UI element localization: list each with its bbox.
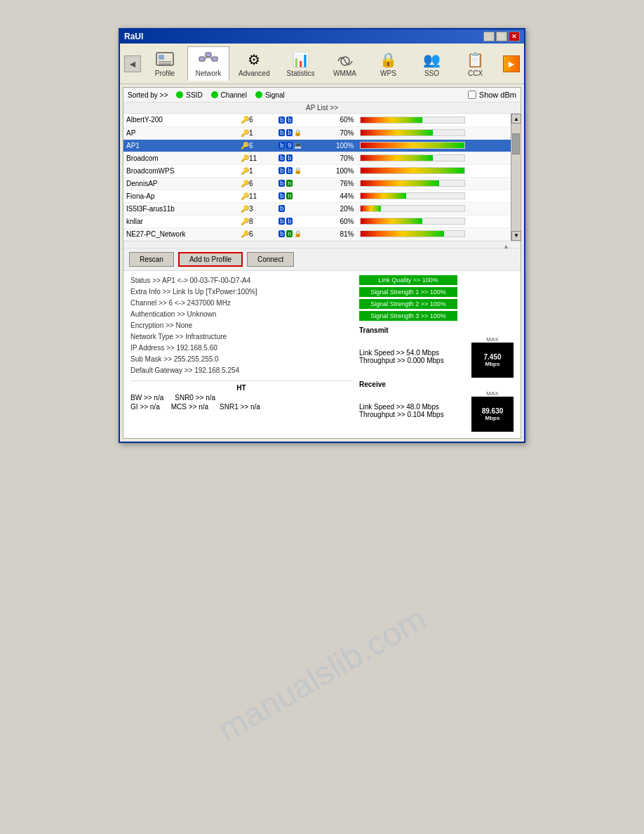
main-window: RaUI _ □ ✕ ◄ Profile Network ⚙ [119,28,525,443]
detail-columns: Status >> AP1 <-> 00-03-7F-00-D7-A4 Extr… [130,275,514,434]
maximize-button[interactable]: □ [496,32,507,41]
extra-info-row: Extra Info >> Link Is Up [TxPower:100%] [130,286,352,298]
transmit-row: Link Speed >> 54.0 Mbps Throughput >> 0.… [359,336,514,378]
table-row[interactable]: DennisAP🔑6bn76% [123,177,521,190]
signal-dot [255,91,262,98]
transmit-gauge: 7.450 Mbps [471,343,514,378]
quality-bar-row: Link Quality >> 100% [359,275,514,285]
ssid-dot [176,91,183,98]
detail-area: Status >> AP1 <-> 00-03-7F-00-D7-A4 Extr… [123,271,521,438]
scroll-up-button[interactable]: ▲ [511,114,521,124]
ht-title: HT [130,384,352,392]
table-row[interactable]: knllar🔑8bb60% [123,215,521,227]
profile-label: Profile [155,70,175,77]
ap-list-header: AP List >> [123,102,521,114]
tab-ccx[interactable]: 📋 CCX [455,46,497,81]
table-row[interactable]: NE27-PC_Network🔑6bn🔒81% [123,227,521,240]
table-row[interactable]: IS5I3F-arus11b🔑3b20% [123,202,521,215]
content-area: Sorted by >> SSID Channel Signal Show dB… [123,87,521,439]
signal-filter: Signal [255,91,285,99]
quality-bar-row: Signal Strength 1 >> 100% [359,287,514,297]
submask-row: Sub Mask >> 255.255.255.0 [130,354,352,365]
network-label: Network [196,70,222,77]
show-dbm-checkbox[interactable] [468,91,476,99]
receive-gauge: 89.630 Mbps [471,397,514,432]
transmit-title: Transmit [359,326,514,334]
tab-network[interactable]: Network [187,46,229,81]
filter-bar: Sorted by >> SSID Channel Signal Show dB… [123,88,521,102]
ht-section: HT BW >> n/a SNR0 >> n/a GI >> n/a MCS >… [130,380,352,411]
channel-row: Channel >> 6 <-> 2437000 MHz [130,298,352,309]
sso-label: SSO [424,70,439,77]
quality-bar-row: Signal Strength 3 >> 100% [359,311,514,321]
transmit-gauge-label: MAX [486,336,498,343]
gateway-row: Default Gateway >> 192.168.5.254 [130,365,352,376]
back-button[interactable]: ◄ [124,55,141,72]
show-dbm-label: Show dBm [479,91,516,99]
table-row[interactable]: Fiona-Ap🔑11bn44% [123,190,521,202]
minimize-button[interactable]: _ [483,32,495,41]
connect-button[interactable]: Connect [247,252,294,267]
wps-label: WPS [380,70,396,77]
tab-profile[interactable]: Profile [144,46,186,81]
button-row: Rescan Add to Profile Connect [123,248,521,271]
receive-section: Receive Link Speed >> 48.0 Mbps Throughp… [359,380,514,432]
receive-info: Link Speed >> 48.0 Mbps Throughput >> 0.… [359,403,467,418]
receive-gauge-value: 89.630 [482,407,504,415]
channel-dot [211,91,218,98]
tab-sso[interactable]: 👥 SSO [411,46,453,81]
resize-icon: ▲ [503,243,509,250]
scroll-down-button[interactable]: ▼ [511,231,521,241]
rescan-button[interactable]: Rescan [129,252,174,267]
sso-icon: 👥 [421,50,443,70]
toolbar: ◄ Profile Network ⚙ Advanced 📊 Statisti [120,44,524,84]
tab-wps[interactable]: 🔒 WPS [368,46,410,81]
tab-advanced[interactable]: ⚙ Advanced [231,46,277,81]
transmit-throughput: Throughput >> 0.000 Mbps [359,357,467,364]
ccx-icon: 📋 [464,50,487,70]
watermark: manualslib.com [211,599,433,749]
scroll-thumb[interactable] [512,133,520,154]
channel-filter-label: Channel [221,91,247,99]
table-row[interactable]: BroadcomWPS🔑1bb🔒100% [123,164,521,177]
toolbar-items: Profile Network ⚙ Advanced 📊 Statistics [144,46,500,81]
statistics-icon: 📊 [289,50,311,70]
transmit-gauge-wrapper: MAX 7.450 Mbps [471,336,514,378]
encryption-row: Encryption >> None [130,320,352,331]
close-button[interactable]: ✕ [509,32,520,41]
show-dbm-group: Show dBm [468,91,516,99]
receive-gauge-unit: Mbps [485,415,500,421]
svg-rect-4 [199,57,205,61]
auth-row: Authentication >> Unknown [130,309,352,320]
profile-icon [154,50,176,70]
network-type-row: Network Type >> Infrastructure [130,331,352,343]
ap-scrollbar[interactable]: ▲ ▼ [511,114,521,241]
tab-wmma[interactable]: WMMA [324,46,366,81]
ssid-filter-label: SSID [186,91,202,99]
statistics-label: Statistics [286,70,314,77]
table-row[interactable]: AP🔑1bb🔒70% [123,126,521,139]
receive-link-speed: Link Speed >> 48.0 Mbps [359,403,467,411]
svg-rect-5 [206,53,211,57]
table-row[interactable]: AP1🔑6b9💻100% [123,139,521,152]
transmit-gauge-unit: Mbps [485,361,500,367]
transmit-info: Link Speed >> 54.0 Mbps Throughput >> 0.… [359,349,467,364]
receive-throughput: Throughput >> 0.104 Mbps [359,411,467,418]
tab-statistics[interactable]: 📊 Statistics [279,46,322,81]
snr1-label: SNR1 >> n/a [220,403,260,411]
window-controls: _ □ ✕ [483,32,520,41]
table-row[interactable]: AlbertY-200🔑6bb60% [123,114,521,126]
next-button[interactable]: ► [503,55,520,72]
ip-row: IP Address >> 192.168.5.60 [130,343,352,354]
resize-area: ▲ [123,241,521,248]
gi-label: GI >> n/a [130,403,160,411]
window-title: RaUI [124,32,143,41]
network-icon [197,50,220,70]
table-row[interactable]: Broadcom🔑11bb70% [123,152,521,164]
ht-row: BW >> n/a SNR0 >> n/a [130,394,352,402]
wmma-label: WMMA [333,70,356,77]
add-to-profile-button[interactable]: Add to Profile [178,252,243,267]
signal-filter-label: Signal [265,91,285,99]
receive-gauge-label: MAX [486,390,498,397]
receive-row: Link Speed >> 48.0 Mbps Throughput >> 0.… [359,390,514,432]
